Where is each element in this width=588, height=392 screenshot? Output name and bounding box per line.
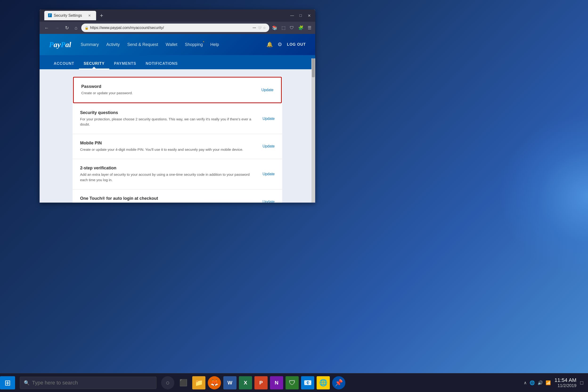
firefox-icon[interactable]: 🦊 (208, 376, 221, 390)
mobile-pin-title: Mobile PIN (80, 141, 255, 146)
ie-icon[interactable]: 🌐 (316, 376, 330, 390)
one-touch-description: Manage devices and browsers where you've… (80, 202, 255, 202)
green-app-icon[interactable]: 🛡 (286, 376, 299, 390)
taskbar-icons: ○ ⬛ 📁 🦊 W X P N 🛡 📧 🌐 📌 (161, 376, 345, 390)
refresh-button[interactable]: ↻ (63, 24, 71, 32)
tab-favicon: 🅿 (48, 14, 52, 18)
address-bar[interactable]: 🔒 https://www.paypal.com/myaccount/secur… (81, 24, 269, 32)
security-questions-update-button[interactable]: Update (262, 116, 275, 121)
mobile-pin-row: Mobile PIN Create or update your 4-digit… (72, 134, 282, 159)
back-button[interactable]: ← (42, 24, 51, 32)
search-icon: 🔍 (24, 380, 30, 386)
more-icon[interactable]: ••• (252, 26, 256, 30)
network-icon[interactable]: 🌐 (530, 380, 535, 386)
subnav-notifications[interactable]: NOTIFICATIONS (141, 59, 182, 69)
pp-header-right: 🔔 ⚙ LOG OUT (266, 42, 306, 48)
home-button[interactable]: ⌂ (73, 24, 80, 32)
new-tab-button[interactable]: + (97, 11, 106, 20)
two-step-verification-content: 2-step verification Add an extra layer o… (80, 166, 255, 182)
browser-window: 🅿 Security Settings ✕ + — □ ✕ ← → ↻ ⌂ 🔒 … (40, 10, 315, 202)
two-step-verification-row: 2-step verification Add an extra layer o… (72, 159, 282, 190)
nav-send-request[interactable]: Send & Request (127, 41, 158, 48)
system-tray-icons: ∧ 🌐 🔊 📶 (524, 380, 551, 386)
password-title: Password (81, 84, 254, 89)
security-questions-row: Security questions For your protection, … (72, 104, 282, 134)
mobile-pin-content: Mobile PIN Create or update your 4-digit… (80, 141, 255, 152)
start-button[interactable]: ⊞ (0, 376, 15, 390)
notification-bell-icon[interactable]: 🔔 (266, 42, 273, 48)
taskbar-search-input[interactable] (32, 380, 152, 386)
tab-title: Security Settings (54, 14, 82, 18)
security-questions-description: For your protection, please choose 2 sec… (80, 116, 255, 127)
nav-summary[interactable]: Summary (80, 41, 99, 48)
task-view-icon[interactable]: ⬛ (177, 376, 190, 390)
settings-gear-icon[interactable]: ⚙ (278, 42, 282, 48)
security-questions-title: Security questions (80, 110, 255, 115)
menu-icon[interactable]: ☰ (307, 24, 312, 31)
pp-main-content: Password Create or update your password.… (40, 69, 315, 202)
logout-button[interactable]: LOG OUT (287, 42, 306, 47)
one-touch-title: One Touch® for auto login at checkout (80, 196, 255, 201)
word-icon[interactable]: W (223, 376, 236, 390)
current-date: 11/2/2019 (554, 383, 576, 388)
pp-header: PayPal Summary Activity Send & Request W… (40, 34, 315, 55)
current-time: 11:54 AM (554, 377, 576, 383)
wifi-icon[interactable]: 📶 (546, 380, 551, 386)
browser-toolbar: ← → ↻ ⌂ 🔒 https://www.paypal.com/myaccou… (40, 22, 315, 34)
address-bar-actions: ••• 🤍 ☆ (252, 26, 266, 30)
tab-sync-icon[interactable]: ⬚ (280, 24, 286, 31)
subnav-security[interactable]: SECURITY (79, 59, 109, 69)
close-button[interactable]: ✕ (306, 12, 312, 19)
bookmark-icon[interactable]: ☆ (263, 26, 266, 30)
onenote-icon[interactable]: N (270, 376, 283, 390)
window-controls: — □ ✕ (289, 12, 312, 19)
subnav-payments[interactable]: PAYMENTS (109, 59, 141, 69)
security-settings-card: Password Create or update your password.… (72, 76, 282, 202)
volume-icon[interactable]: 🔊 (538, 380, 543, 386)
outlook-icon[interactable]: 📧 (301, 376, 314, 390)
taskbar-clock[interactable]: 11:54 AM 11/2/2019 (554, 377, 576, 388)
file-explorer-icon[interactable]: 📁 (192, 376, 206, 390)
pocket-icon[interactable]: 🤍 (258, 26, 262, 30)
security-questions-content: Security questions For your protection, … (80, 110, 255, 127)
pp-logo: PayPal (49, 40, 71, 49)
two-step-verification-description: Add an extra layer of security to your a… (80, 172, 255, 182)
nav-activity[interactable]: Activity (106, 41, 120, 48)
password-description: Create or update your password. (81, 90, 254, 96)
two-step-verification-update-button[interactable]: Update (262, 172, 275, 176)
blue-app-icon[interactable]: 📌 (332, 376, 345, 390)
two-step-verification-title: 2-step verification (80, 166, 255, 170)
cortana-icon[interactable]: ○ (161, 376, 174, 390)
tab-close-button[interactable]: ✕ (87, 13, 92, 18)
one-touch-content: One Touch® for auto login at checkout Ma… (80, 196, 255, 202)
lock-icon: 🔒 (84, 26, 88, 30)
nav-shopping[interactable]: Shopping (185, 41, 203, 48)
one-touch-update-button[interactable]: Update (262, 200, 275, 202)
toolbar-right-icons: 📚 ⬚ 🛡 🧩 ☰ (271, 24, 312, 31)
one-touch-row: One Touch® for auto login at checkout Ma… (72, 190, 282, 202)
mobile-pin-description: Create or update your 4-digit mobile PIN… (80, 147, 255, 152)
minimize-button[interactable]: — (289, 12, 296, 19)
reading-list-icon[interactable]: 📚 (271, 24, 278, 31)
notification-center-icon[interactable]: □ (580, 380, 583, 386)
url-text: https://www.paypal.com/myaccount/securit… (90, 26, 252, 30)
paypal-content: PayPal Summary Activity Send & Request W… (40, 34, 315, 202)
excel-icon[interactable]: X (239, 376, 252, 390)
shield-icon[interactable]: 🛡 (289, 24, 295, 31)
system-tray: ∧ 🌐 🔊 📶 11:54 AM 11/2/2019 □ (524, 377, 588, 388)
maximize-button[interactable]: □ (297, 12, 304, 19)
extensions-icon[interactable]: 🧩 (297, 24, 304, 31)
mobile-pin-update-button[interactable]: Update (262, 144, 275, 148)
browser-tab[interactable]: 🅿 Security Settings ✕ (44, 11, 96, 20)
nav-wallet[interactable]: Wallet (166, 41, 177, 48)
scrollbar-thumb[interactable] (312, 58, 315, 77)
nav-help[interactable]: Help (210, 41, 219, 48)
browser-scrollbar[interactable] (312, 58, 315, 202)
pp-subnav: ACCOUNT SECURITY PAYMENTS NOTIFICATIONS (40, 55, 315, 69)
subnav-account[interactable]: ACCOUNT (49, 59, 79, 69)
forward-button[interactable]: → (53, 24, 61, 32)
chevron-up-icon[interactable]: ∧ (524, 380, 527, 386)
powerpoint-icon[interactable]: P (254, 376, 268, 390)
password-update-button[interactable]: Update (261, 88, 274, 92)
taskbar-search[interactable]: 🔍 (20, 377, 156, 389)
